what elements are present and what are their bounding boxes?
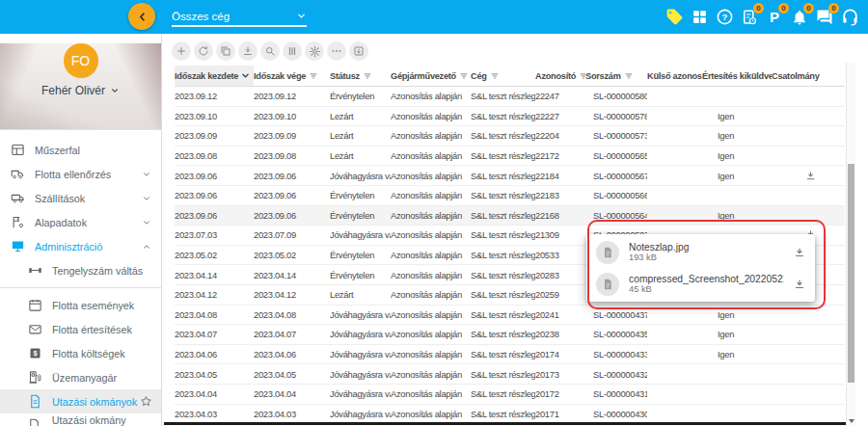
tasks-icon[interactable]: 0: [739, 7, 760, 28]
cell-period-end: 2023.09.10: [254, 111, 330, 121]
sidebar-item-fleet-events[interactable]: Flotta események: [0, 293, 161, 317]
cell-period-end: 2023.09.08: [254, 150, 330, 161]
cell-driver: Azonosítás alapján: [391, 229, 471, 240]
sidebar-item-travel-document-types[interactable]: Utazási okmány típusok: [0, 413, 161, 426]
table-row[interactable]: 2023.09.12 2023.09.12 Érvénytelen Azonos…: [175, 87, 845, 107]
download-file-icon[interactable]: [794, 279, 805, 290]
cell-period-end: 2023.04.06: [254, 349, 330, 359]
messages-icon[interactable]: 0: [814, 7, 835, 28]
tag-icon[interactable]: [664, 7, 685, 28]
column-header-period-start[interactable]: Időszak kezdete: [175, 66, 254, 86]
cell-period-start: 2023.04.06: [175, 349, 254, 359]
cell-status: Jóváhagyásra vár: [330, 409, 391, 419]
table-row[interactable]: 2023.09.06 2023.09.06 Érvénytelen Azonos…: [175, 206, 845, 226]
cell-serial: SL-000000573: [585, 130, 647, 141]
cell-period-start: 2023.04.08: [175, 309, 254, 320]
scrollbar-down-arrow[interactable]: [849, 419, 854, 423]
columns-button[interactable]: [283, 41, 302, 61]
cell-serial: SL-000000565: [585, 150, 647, 161]
cell-id: 20174: [535, 349, 585, 359]
table-row[interactable]: 2023.09.06 2023.09.06 Érvénytelen Azonos…: [175, 186, 845, 206]
cell-id: 20238: [535, 329, 585, 339]
vertical-scrollbar[interactable]: [846, 63, 855, 426]
cell-status: Jóváhagyásra vár: [330, 309, 391, 320]
table-row[interactable]: 2023.09.10 2023.09.10 Lezárt Azonosítás …: [175, 107, 845, 127]
table-row[interactable]: 2023.04.04 2023.04.04 Jóváhagyásra vár A…: [175, 385, 845, 405]
table-row[interactable]: 2023.04.07 2023.04.07 Jóváhagyásra vár A…: [175, 325, 845, 345]
sidebar-item-fleet-notifications[interactable]: Flotta értesítések: [0, 317, 161, 341]
cell-serial: SL-000000580: [585, 91, 647, 101]
star-icon[interactable]: [140, 395, 152, 408]
cell-company: S&L teszt részleg: [471, 388, 535, 399]
parking-icon[interactable]: P 0: [764, 7, 785, 28]
table-row[interactable]: 2023.04.06 2023.04.06 Jóváhagyásra vár A…: [175, 345, 845, 365]
settings-gear-button[interactable]: [305, 41, 324, 61]
column-header-notification-sent[interactable]: Értesítés kiküldve: [702, 66, 772, 86]
download-button[interactable]: [238, 41, 258, 61]
cell-id: 20283: [535, 270, 585, 280]
cell-id: 22204: [535, 130, 585, 141]
add-button[interactable]: [172, 41, 191, 61]
sidebar-item-master-data[interactable]: Alapadatok: [0, 210, 161, 234]
dashboard-icon: [10, 143, 25, 157]
sidebar-item-fleet-check[interactable]: Flotta ellenőrzés: [0, 162, 161, 186]
column-header-id[interactable]: Azonosító: [535, 66, 585, 86]
apps-grid-icon[interactable]: [689, 7, 710, 28]
cell-serial: SL-000000435: [585, 329, 647, 339]
table-row[interactable]: 2023.04.08 2023.04.08 Jóváhagyásra vár A…: [175, 306, 845, 326]
back-button[interactable]: [128, 3, 155, 30]
attachment-file-item[interactable]: compressed_Screenshot_20220521-1... 45 k…: [586, 268, 815, 300]
column-header-driver[interactable]: Gépjárművezető: [391, 66, 471, 86]
help-icon[interactable]: ?: [714, 7, 735, 28]
sidebar-item-fleet-costs[interactable]: $ Flotta költségek: [0, 341, 161, 365]
attachment-file-item[interactable]: Noteszlap.jpg 193 kB: [586, 236, 815, 268]
filter-icon: [579, 71, 585, 81]
user-menu[interactable]: Fehér Olivér: [0, 84, 161, 97]
chevron-up-icon: [142, 242, 151, 252]
sidebar-item-axle-change[interactable]: Tengelyszám váltás: [0, 258, 161, 282]
cell-period-end: 2023.04.08: [254, 309, 330, 320]
chevron-down-icon: [296, 11, 307, 21]
search-button[interactable]: [260, 41, 280, 61]
more-button[interactable]: [327, 41, 346, 61]
download-attachment-icon[interactable]: [805, 171, 816, 181]
refresh-button[interactable]: [194, 41, 213, 61]
table-row[interactable]: 2023.04.05 2023.04.05 Jóváhagyásra vár A…: [175, 364, 845, 385]
sidebar-item-travel-documents[interactable]: Utazási okmányok: [0, 389, 161, 413]
cell-serial: SL-000000437: [585, 309, 647, 320]
chevron-left-icon: [136, 11, 149, 23]
table-row[interactable]: 2023.09.08 2023.09.08 Lezárt Azonosítás …: [175, 146, 845, 167]
cell-period-end: 2023.09.12: [254, 91, 330, 101]
sidebar-item-fuel-price[interactable]: Üzemanyagár: [0, 365, 161, 389]
table-row[interactable]: 2023.09.06 2023.09.06 Jóváhagyásra vár A…: [175, 166, 845, 186]
cell-driver: Azonosítás alapján: [391, 309, 471, 320]
column-header-serial[interactable]: Sorszám: [585, 66, 647, 86]
download-file-icon[interactable]: [794, 247, 805, 258]
sidebar-item-administration[interactable]: Adminisztráció: [0, 234, 161, 258]
avatar[interactable]: FO: [64, 43, 98, 78]
support-headset-icon[interactable]: [839, 7, 860, 28]
scrollbar-thumb[interactable]: [848, 164, 854, 383]
column-header-attachment[interactable]: Csatolmány: [772, 66, 820, 86]
sidebar-item-dashboard[interactable]: Műszerfal: [0, 138, 161, 162]
cell-status: Lezárt: [330, 130, 391, 141]
column-header-company[interactable]: Cég: [471, 66, 535, 86]
duplicate-button[interactable]: [216, 41, 235, 61]
sidebar-item-shipments[interactable]: Szállítások: [0, 186, 161, 210]
table-row[interactable]: 2023.09.09 2023.09.09 Lezárt Azonosítás …: [175, 126, 845, 146]
company-selector-value: Összes cég: [172, 11, 230, 22]
company-selector[interactable]: Összes cég: [172, 7, 307, 27]
cell-company: S&L teszt részleg: [471, 409, 535, 419]
cell-period-end: 2023.09.06: [254, 210, 330, 221]
notifications-bell-icon[interactable]: 0: [789, 7, 810, 28]
cell-period-start: 2023.04.05: [175, 369, 254, 380]
table-row[interactable]: 2023.04.03 2023.04.03 Jóváhagyásra vár A…: [175, 405, 845, 425]
cell-id: 21309: [535, 229, 585, 240]
cell-driver: Azonosítás alapján: [391, 329, 471, 339]
column-header-external-id[interactable]: Külső azonosító: [647, 66, 702, 86]
column-header-status[interactable]: Státusz: [330, 66, 391, 86]
column-header-period-end[interactable]: Időszak vége: [254, 66, 330, 86]
export-button[interactable]: [349, 41, 368, 61]
chevron-down-icon: [142, 218, 151, 227]
attachment-file-name: Noteszlap.jpg: [629, 242, 784, 253]
